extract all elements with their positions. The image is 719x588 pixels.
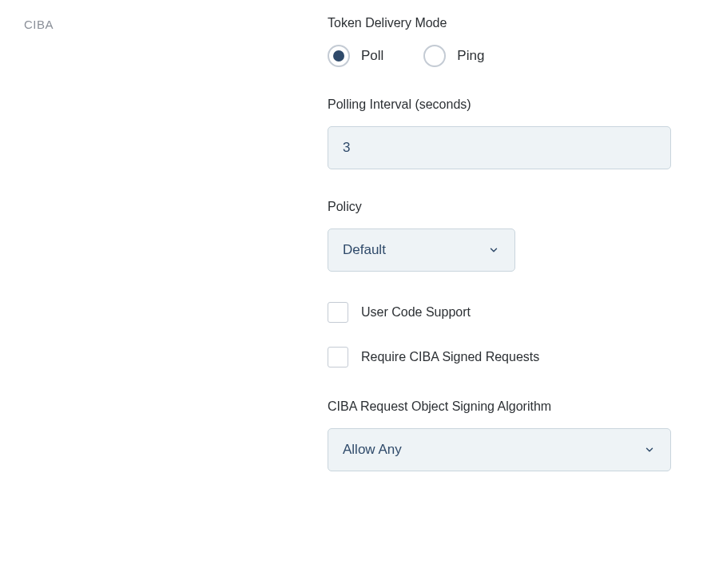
radio-poll-label: Poll	[361, 48, 383, 64]
polling-interval-group: Polling Interval (seconds) 3	[328, 97, 671, 169]
user-code-support-row: User Code Support	[328, 302, 671, 323]
user-code-support-label: User Code Support	[361, 305, 471, 320]
radio-poll-circle	[328, 45, 350, 67]
radio-ping-label: Ping	[457, 48, 484, 64]
require-signed-requests-checkbox[interactable]	[328, 347, 348, 368]
chevron-down-icon	[643, 443, 656, 456]
checkbox-group: User Code Support Require CIBA Signed Re…	[328, 302, 671, 368]
token-delivery-mode-label: Token Delivery Mode	[328, 16, 671, 30]
chevron-down-icon	[487, 244, 500, 256]
policy-label: Policy	[328, 200, 671, 214]
require-signed-requests-label: Require CIBA Signed Requests	[361, 350, 539, 364]
policy-group: Policy Default	[328, 200, 671, 272]
require-signed-requests-row: Require CIBA Signed Requests	[328, 347, 671, 368]
polling-interval-value: 3	[343, 140, 350, 156]
polling-interval-label: Polling Interval (seconds)	[328, 97, 671, 112]
radio-poll[interactable]: Poll	[328, 45, 383, 67]
policy-select[interactable]: Default	[328, 228, 515, 272]
user-code-support-checkbox[interactable]	[328, 302, 348, 323]
token-delivery-mode-group: Token Delivery Mode Poll Ping	[328, 16, 671, 67]
signing-algorithm-value: Allow Any	[343, 442, 402, 458]
polling-interval-input[interactable]: 3	[328, 126, 671, 169]
radio-ping-circle	[423, 45, 446, 67]
policy-value: Default	[343, 242, 386, 258]
section-title: CIBA	[24, 18, 54, 31]
signing-algorithm-label: CIBA Request Object Signing Algorithm	[328, 399, 671, 414]
token-delivery-radio-row: Poll Ping	[328, 45, 671, 67]
signing-algorithm-select[interactable]: Allow Any	[328, 428, 671, 471]
radio-ping[interactable]: Ping	[423, 45, 484, 67]
signing-algorithm-group: CIBA Request Object Signing Algorithm Al…	[328, 399, 671, 471]
